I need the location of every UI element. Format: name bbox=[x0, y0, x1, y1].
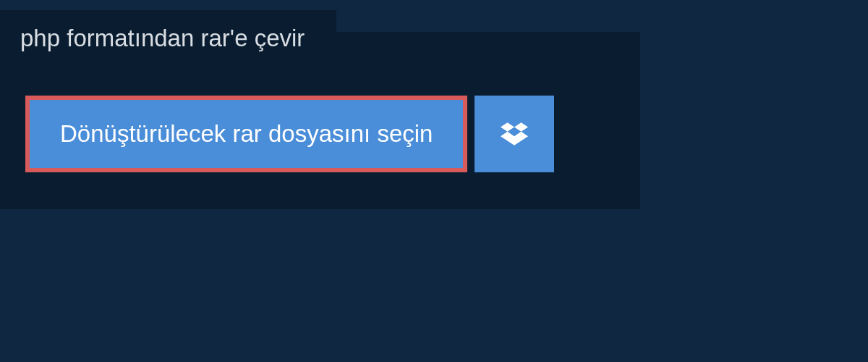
file-select-row: Dönüştürülecek rar dosyasını seçin bbox=[25, 96, 554, 172]
dropbox-button[interactable] bbox=[475, 96, 554, 172]
dropbox-icon bbox=[501, 120, 528, 148]
select-file-button[interactable]: Dönüştürülecek rar dosyasını seçin bbox=[25, 96, 467, 172]
page-title: php formatından rar'e çevir bbox=[20, 25, 305, 51]
select-file-label: Dönüştürülecek rar dosyasını seçin bbox=[60, 120, 433, 147]
page-title-tab: php formatından rar'e çevir bbox=[0, 10, 336, 67]
